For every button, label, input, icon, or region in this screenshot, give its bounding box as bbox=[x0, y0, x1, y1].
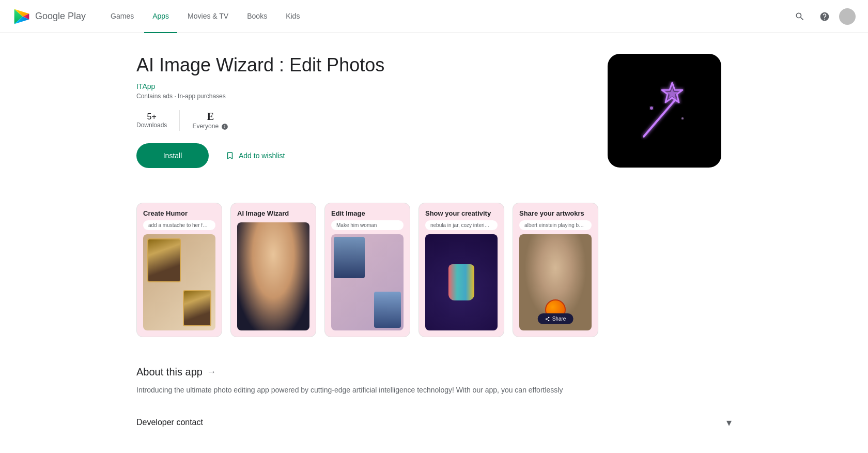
wizard-image bbox=[237, 222, 309, 330]
downloads-stat: 5+ Downloads bbox=[136, 112, 167, 129]
nav-books[interactable]: Books bbox=[239, 0, 275, 33]
app-icon bbox=[608, 54, 721, 168]
about-header[interactable]: About this app → bbox=[136, 366, 732, 378]
svg-point-8 bbox=[681, 117, 684, 119]
wishlist-button[interactable]: Add to wishlist bbox=[217, 147, 293, 164]
play-logo-icon bbox=[12, 7, 31, 26]
help-button[interactable] bbox=[814, 6, 835, 27]
share-image: Share bbox=[519, 234, 592, 330]
nav-movies-tv[interactable]: Movies & TV bbox=[179, 0, 237, 33]
screenshot-image-4 bbox=[425, 234, 498, 330]
stat-divider bbox=[179, 110, 180, 131]
screenshot-image-3 bbox=[331, 234, 404, 330]
app-actions: Install Add to wishlist bbox=[136, 143, 587, 168]
header-actions bbox=[789, 6, 856, 27]
wishlist-label: Add to wishlist bbox=[239, 152, 285, 160]
svg-line-4 bbox=[644, 100, 675, 137]
chevron-down-icon: ▾ bbox=[726, 416, 732, 429]
screenshot-label-1: Create Humor bbox=[143, 209, 215, 217]
edit-image bbox=[331, 234, 404, 330]
app-meta: Contains ads · In-app purchases bbox=[136, 93, 587, 100]
screenshot-label-5: Share your artwokrs bbox=[519, 209, 592, 217]
share-icon bbox=[545, 316, 550, 322]
app-info-section: AI Image Wizard : Edit Photos ITApp Cont… bbox=[136, 54, 732, 178]
rating-stat: E Everyone bbox=[192, 111, 228, 130]
screenshot-input-1: add a mustache to her face bbox=[143, 220, 215, 230]
downloads-value: 5+ bbox=[147, 112, 157, 122]
developer-contact-toggle[interactable]: Developer contact ▾ bbox=[136, 416, 732, 429]
screenshot-creativity[interactable]: Show your creativity nebula in jar, cozy… bbox=[419, 203, 504, 337]
about-text: Introducing the ultimate photo editing a… bbox=[136, 384, 732, 396]
app-icon-container bbox=[608, 54, 732, 178]
screenshot-input-4: nebula in jar, cozy interior background,… bbox=[425, 220, 498, 230]
main-nav: Games Apps Movies & TV Books Kids bbox=[102, 0, 789, 33]
about-arrow: → bbox=[207, 367, 216, 377]
downloads-label: Downloads bbox=[136, 122, 167, 129]
user-avatar[interactable] bbox=[839, 8, 856, 25]
screenshot-image-2 bbox=[237, 222, 309, 330]
about-title: About this app bbox=[136, 366, 203, 378]
screenshot-humor[interactable]: Create Humor add a mustache to her face bbox=[136, 203, 222, 337]
info-icon bbox=[221, 123, 228, 130]
screenshot-input-5: albert einstein playing basketball schoo… bbox=[519, 220, 592, 230]
screenshot-wizard[interactable]: AI Image Wizard bbox=[230, 203, 316, 337]
screenshot-image-5: Share bbox=[519, 234, 592, 330]
header: Google Play Games Apps Movies & TV Books… bbox=[0, 0, 868, 33]
developer-contact-section: Developer contact ▾ bbox=[136, 416, 732, 429]
rating-label: Everyone bbox=[192, 123, 228, 130]
logo-text: Google Play bbox=[35, 11, 86, 22]
main-content: AI Image Wizard : Edit Photos ITApp Cont… bbox=[124, 33, 744, 449]
screenshot-edit[interactable]: Edit Image Make him woman bbox=[324, 203, 410, 337]
app-stats: 5+ Downloads E Everyone bbox=[136, 110, 587, 131]
woman-face bbox=[237, 222, 309, 330]
developer-contact-title: Developer contact bbox=[136, 418, 203, 427]
rating-value: E bbox=[207, 111, 214, 123]
app-info-left: AI Image Wizard : Edit Photos ITApp Cont… bbox=[136, 54, 587, 178]
app-developer[interactable]: ITApp bbox=[136, 82, 587, 90]
humor-image bbox=[143, 234, 215, 330]
screenshot-share[interactable]: Share your artwokrs albert einstein play… bbox=[513, 203, 598, 337]
nav-apps[interactable]: Apps bbox=[144, 0, 177, 33]
screenshot-label-2: AI Image Wizard bbox=[237, 209, 309, 217]
nav-games[interactable]: Games bbox=[102, 0, 142, 33]
creativity-image bbox=[425, 234, 498, 330]
jar-visual bbox=[448, 264, 474, 300]
screenshot-input-3: Make him woman bbox=[331, 220, 404, 230]
about-section: About this app → Introducing the ultimat… bbox=[136, 366, 732, 396]
app-title: AI Image Wizard : Edit Photos bbox=[136, 54, 587, 76]
google-play-logo[interactable]: Google Play bbox=[12, 7, 86, 26]
nav-kids[interactable]: Kids bbox=[277, 0, 308, 33]
screenshots-section: Create Humor add a mustache to her face … bbox=[136, 203, 732, 341]
screenshot-image-1 bbox=[143, 234, 215, 330]
bookmark-icon bbox=[225, 151, 235, 160]
install-button[interactable]: Install bbox=[136, 143, 209, 168]
search-icon bbox=[795, 11, 805, 22]
help-icon bbox=[819, 11, 830, 22]
share-button-mock: Share bbox=[538, 313, 574, 324]
screenshots-scroll[interactable]: Create Humor add a mustache to her face … bbox=[136, 203, 732, 341]
screenshot-label-4: Show your creativity bbox=[425, 209, 498, 217]
app-icon-graphic bbox=[623, 69, 706, 152]
search-button[interactable] bbox=[789, 6, 810, 27]
screenshot-label-3: Edit Image bbox=[331, 209, 404, 217]
